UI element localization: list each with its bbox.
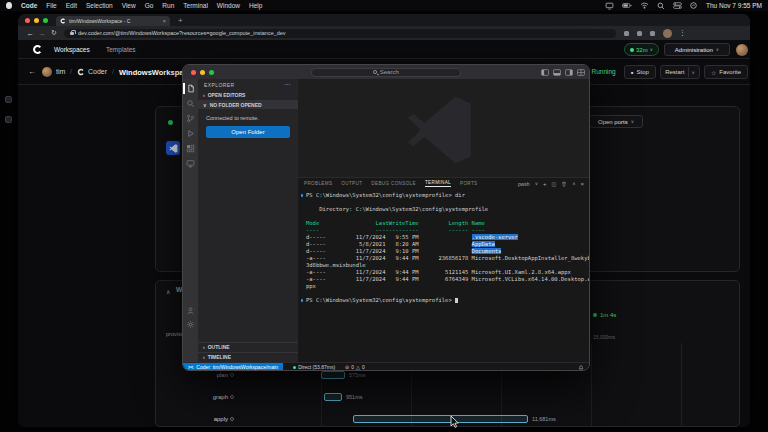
forward-icon[interactable]: → [36,29,48,38]
browser-menu-icon[interactable]: ⋮ [679,29,686,37]
breadcrumb-owner[interactable]: tim [56,68,65,75]
extension-icon[interactable] [624,31,629,36]
menu-edit[interactable]: Edit [66,2,77,9]
extensions-puzzle-icon[interactable] [650,31,655,36]
shell-profile-label[interactable]: pwsh [518,181,530,187]
toggle-secondary-sidebar-icon[interactable] [565,69,573,76]
split-terminal-icon[interactable]: ◫ [551,181,556,187]
chevron-down-icon[interactable]: ∨ [692,70,695,75]
desktop-icon[interactable] [5,96,12,103]
breadcrumb-workspace[interactable]: WindowsWorkspace [119,68,192,77]
menu-file[interactable]: File [46,2,56,9]
explorer-more-actions-icon[interactable]: ⋯ [284,80,290,87]
schedule-badge[interactable]: 32m ∨ [624,43,659,56]
window-close-button[interactable] [25,18,30,23]
maximize-panel-icon[interactable]: ∧ [572,181,575,186]
user-avatar[interactable] [736,44,748,56]
toggle-panel-icon[interactable] [553,69,561,76]
address-bar[interactable]: dev.coder.com/@tim/WindowsWorkspace?reso… [64,29,616,38]
remote-explorer-icon[interactable] [186,159,195,168]
favorite-button[interactable]: ☆ Favorite [704,65,748,79]
window-zoom-button[interactable] [209,70,214,75]
menu-window[interactable]: Window [217,2,240,9]
tab-ports[interactable]: PORTS [460,181,478,186]
open-editors-section[interactable]: › OPEN EDITORS [198,90,298,99]
browser-tab[interactable]: tim/WindowsWorkspace - C × [56,16,170,26]
new-terminal-icon[interactable]: + [543,181,547,187]
breadcrumb-template[interactable]: Coder [88,68,107,75]
administration-menu[interactable]: Administration ∨ [664,43,730,56]
spotlight-search-icon[interactable] [657,2,665,10]
tab-debug-console[interactable]: DEBUG CONSOLE [371,181,416,186]
settings-gear-icon[interactable] [186,320,195,329]
restart-button[interactable]: Restart ∨ [660,65,700,79]
search-icon[interactable] [186,99,195,108]
open-folder-button[interactable]: Open Folder [206,126,290,138]
close-panel-icon[interactable]: × [580,181,584,187]
notifications-bell-icon[interactable] [578,365,584,371]
menu-selection[interactable]: Selection [86,2,113,9]
collapse-icon[interactable]: ∧ [166,288,170,295]
remote-indicator[interactable]: >< Coder: tim/WindowsWorkspace/main [183,363,283,372]
menu-terminal[interactable]: Terminal [183,2,208,9]
apple-menu-icon[interactable] [6,2,12,9]
timeline-section[interactable]: › TIMELINE [198,352,298,361]
nav-workspaces[interactable]: Workspaces [54,46,90,53]
terminal-output[interactable]: PS C:\Windows\System32\config\systemprof… [298,190,589,360]
browser-profile-avatar[interactable] [663,29,672,38]
command-decoration-icon[interactable] [301,194,304,197]
display-icon[interactable] [605,2,614,10]
menu-bar-clock[interactable]: Thu Nov 7 9:55 PM [706,2,762,9]
siri-icon[interactable] [690,2,697,9]
editor-area[interactable]: PROBLEMS OUTPUT DEBUG CONSOLE TERMINAL P… [298,79,589,362]
source-control-icon[interactable] [186,114,195,123]
account-icon[interactable] [186,306,195,315]
menu-code[interactable]: Code [21,2,37,9]
menu-run[interactable]: Run [162,2,174,9]
tab-close-icon[interactable]: × [162,18,166,24]
timeline-bar-graph[interactable] [324,393,342,401]
window-zoom-button[interactable] [43,18,48,23]
menu-help[interactable]: Help [249,2,262,9]
stop-button[interactable]: ■ Stop [624,65,656,79]
tab-terminal[interactable]: TERMINAL [425,180,451,187]
reload-icon[interactable]: ↻ [48,29,60,37]
new-tab-button[interactable]: + [178,16,183,25]
extensions-icon[interactable] [186,144,195,153]
wifi-icon[interactable] [640,2,649,9]
open-ports-button[interactable]: Open ports ∨ [589,115,643,128]
menu-go[interactable]: Go [145,2,154,9]
problems-item[interactable]: ⊘ 0 △ 0 [345,364,365,370]
run-debug-icon[interactable] [186,129,195,138]
toggle-sidebar-icon[interactable] [541,69,549,76]
vscode-title-bar[interactable]: Search [183,65,589,79]
tab-problems[interactable]: PROBLEMS [304,181,332,186]
explorer-icon[interactable] [186,84,195,93]
customize-layout-icon[interactable] [577,69,585,76]
command-center-search[interactable]: Search [311,68,461,77]
menu-view[interactable]: View [122,2,136,9]
timeline-bar-plan[interactable] [321,371,345,379]
desktop-icon[interactable] [5,116,12,123]
info-icon[interactable] [230,373,234,377]
command-decoration-icon[interactable] [301,299,304,302]
back-arrow-icon[interactable]: ← [28,67,36,76]
window-minimize-button[interactable] [200,70,205,75]
info-icon[interactable] [230,417,234,421]
control-center-icon[interactable] [673,2,682,9]
timeline-bar-apply[interactable] [353,415,528,423]
window-minimize-button[interactable] [34,18,39,23]
window-close-button[interactable] [191,70,196,75]
tab-output[interactable]: OUTPUT [341,181,362,186]
coder-logo[interactable] [32,44,43,55]
no-folder-section[interactable]: ∨ NO FOLDER OPENED [198,100,298,109]
kill-terminal-icon[interactable] [561,181,567,187]
shell-dropdown-icon[interactable]: ∨ [535,181,538,186]
back-icon[interactable]: ← [24,29,36,38]
vscode-desktop-button[interactable] [166,141,180,155]
nav-templates[interactable]: Templates [106,46,136,53]
info-icon[interactable] [230,395,234,399]
coder-latency-item[interactable]: Direct (53.87ms) [293,364,335,370]
outline-section[interactable]: › OUTLINE [198,342,298,351]
extension-icon[interactable] [637,31,642,36]
